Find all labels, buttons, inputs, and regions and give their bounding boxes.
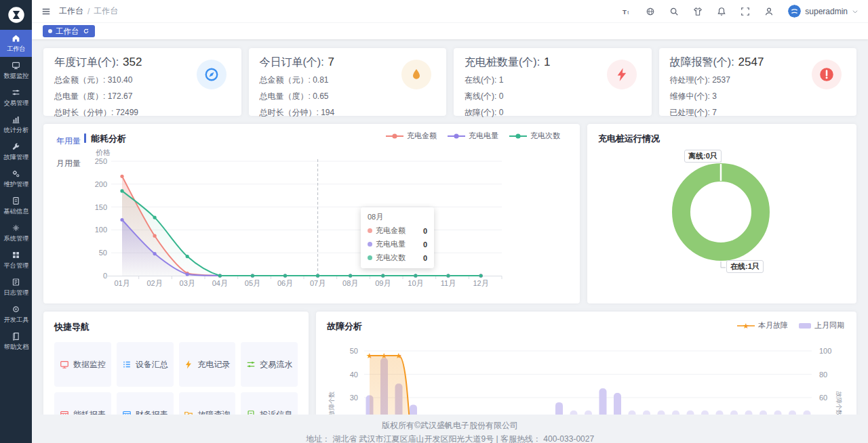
svg-text:T: T [623,7,627,15]
sidebar-item-8[interactable]: 系统管理 [0,219,32,247]
fullscreen-icon[interactable] [741,7,750,16]
sidebar-item-7[interactable]: 基础信息 [0,192,32,219]
tab-year-usage[interactable]: 年用量 [56,135,81,147]
svg-text:250: 250 [95,157,107,165]
sidebar-item-9[interactable]: 平台管理 [0,247,32,274]
app-logo[interactable] [0,0,32,30]
svg-text:01月: 01月 [114,279,130,287]
tooltip-row: 充电次数0 [368,253,427,263]
sidebar-item-5[interactable]: 故障管理 [0,138,32,165]
card-row: 已处理(个): 7 [670,107,846,119]
monitor-icon [12,61,20,70]
svg-text:12月: 12月 [473,279,488,287]
tool-icon [12,305,20,314]
svg-text:故障个数: 故障个数 [835,391,842,416]
exchange-icon [12,88,20,97]
online-label: 在线:1只 [726,260,764,273]
energy-tabs: 年用量 月用量 [56,135,81,180]
sidebar-item-12[interactable]: 帮助文档 [0,328,32,355]
tab-workbench[interactable]: 工作台 [43,25,95,37]
svg-text:t: t [628,9,629,14]
fault-legend: ★本月故障上月同期 [737,320,844,331]
legend-item-充电次数[interactable]: 充电次数 [509,131,560,141]
energy-chart-canvas: 050100150200250价格01月02月03月04月05月06月07月08… [43,124,580,303]
top-header: 工作台 / 工作台 Tt superadmin [32,0,868,22]
energy-legend: 充电金额充电电量充电次数 [386,131,560,141]
grid-icon [12,251,20,259]
sidebar-item-label: 工作台 [7,45,26,54]
quicknav-button-3[interactable]: 充电记录 [179,342,236,387]
quicknav-button-4[interactable]: 交易流水 [241,342,298,387]
card-title: 充电桩数量(个): [465,56,540,68]
card-row: 离线(个): 0 [465,91,641,102]
profile-icon[interactable] [764,7,774,16]
refresh-icon[interactable] [83,28,90,35]
legend-item-上月同期[interactable]: 上月同期 [799,320,844,331]
book-icon [12,332,20,341]
search-icon[interactable] [669,7,679,16]
home-icon [12,34,20,43]
quicknav-label: 设备汇总 [136,359,168,371]
donut-chart-canvas [587,124,856,303]
svg-text:★: ★ [366,352,373,360]
card-annual-orders: 年度订单(个):352 总金额（元）: 310.40 总电量（度）: 172.6… [43,48,241,116]
svg-text:04月: 04月 [212,279,228,287]
sidebar-item-10[interactable]: 日志管理 [0,274,32,301]
svg-text:150: 150 [95,203,107,211]
quicknav-button-2[interactable]: 设备汇总 [117,342,174,387]
breadcrumb-root[interactable]: 工作台 [59,5,83,17]
offline-label: 离线:0只 [684,150,722,163]
card-title: 今日订单(个): [260,56,324,68]
charts-row: 年用量 月用量 能耗分析 充电金额充电电量充电次数 05010015020025… [43,124,856,303]
svg-text:03月: 03月 [180,279,195,287]
chart-icon [12,115,20,124]
breadcrumb-separator: / [87,7,90,16]
legend-item-充电电量[interactable]: 充电电量 [448,131,498,141]
globe-icon[interactable] [646,7,655,16]
charger-status-panel: 充电桩运行情况 离线:0只 在线:1只 [587,124,856,303]
legend-item-充电金额[interactable]: 充电金额 [386,131,437,141]
svg-text:★: ★ [743,322,749,330]
panel-title: 能耗分析 [84,133,126,145]
drop-icon [401,60,431,89]
svg-text:100: 100 [95,226,107,234]
gear-icon [12,224,20,232]
card-today-orders: 今日订单(个):7 总金额（元）: 0.81 总电量（度）: 0.65 总时长（… [249,48,447,116]
skin-icon[interactable] [693,7,703,16]
quicknav-label: 数据监控 [73,359,106,371]
energy-analysis-panel: 年用量 月用量 能耗分析 充电金额充电电量充电次数 05010015020025… [43,124,580,303]
main-content: 年度订单(个):352 总金额（元）: 310.40 总电量（度）: 172.6… [32,39,868,443]
username: superadmin [805,7,848,16]
sidebar-item-1[interactable]: 工作台 [0,30,32,57]
quicknav-button-1[interactable]: 数据监控 [54,342,111,387]
sidebar-item-4[interactable]: 统计分析 [0,111,32,138]
font-size-icon[interactable]: Tt [622,7,631,16]
card-charger-count: 充电桩数量(个):1 在线(个): 1 离线(个): 0 故障(个): 0 [454,48,652,116]
sidebar-item-label: 交易管理 [3,99,28,108]
notification-icon[interactable] [717,7,726,16]
card-row: 总电量（度）: 0.65 [260,91,436,102]
sidebar-item-3[interactable]: 交易管理 [0,84,32,111]
card-title: 故障报警(个): [670,56,734,68]
monitor-icon [60,360,69,369]
svg-text:07月: 07月 [310,279,326,287]
tooltip-row: 充电金额0 [368,226,427,236]
svg-text:11月: 11月 [441,279,456,287]
tag-dot [48,29,52,33]
sidebar-item-label: 平台管理 [3,261,28,270]
user-menu[interactable]: superadmin [788,5,859,18]
sidebar-item-6[interactable]: 维护管理 [0,165,32,192]
series-dot [368,255,372,260]
bolt-icon [184,360,193,369]
collapse-menu-icon[interactable] [41,7,51,16]
tab-month-usage[interactable]: 月用量 [56,158,81,169]
svg-text:80: 80 [819,371,827,379]
address: 地址： 湖北省 武汉市江夏区庙山开发区阳光大道9号 | 客服热线： 400-03… [32,434,868,443]
card-fault-alarms: 故障报警(个):2547 待处理(个): 2537 维修中(个): 3 已处理(… [659,48,857,116]
svg-text:08月: 08月 [342,279,358,287]
card-row: 总电量（度）: 172.67 [54,91,231,102]
legend-item-本月故障[interactable]: ★本月故障 [737,320,788,331]
sidebar-item-2[interactable]: 数据监控 [0,57,32,84]
sidebar-item-11[interactable]: 开发工具 [0,301,32,328]
breadcrumb: 工作台 / 工作台 [59,5,118,17]
